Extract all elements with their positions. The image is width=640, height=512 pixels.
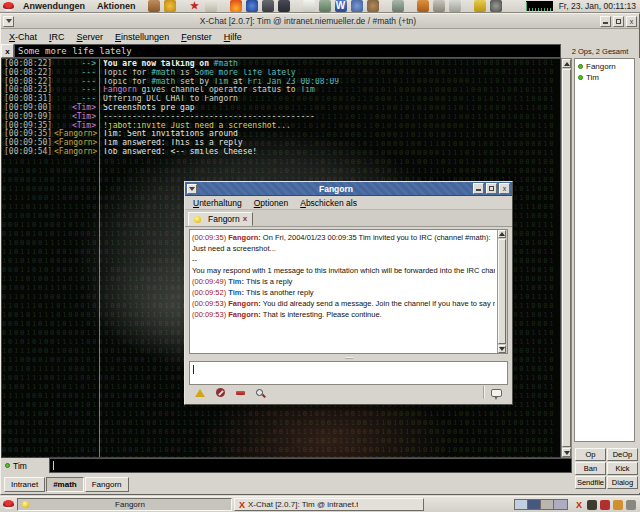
gnome-foot-icon[interactable] (303, 0, 315, 12)
topic-close-button[interactable]: x (1, 44, 14, 58)
gimp-icon[interactable] (433, 0, 445, 12)
message-text: This is a reply (246, 277, 292, 286)
scroll-up-icon[interactable] (498, 230, 506, 238)
user-name: Tim (586, 73, 599, 82)
gaim-menubar: UnterhaltungOptionenAbschicken als (185, 196, 512, 210)
gaim-titlebar[interactable]: Fangorn x (185, 182, 512, 196)
messenger-icon[interactable] (351, 0, 363, 12)
maximize-button[interactable] (613, 16, 624, 27)
user-list-item[interactable]: Fangorn (575, 61, 634, 72)
menu-gaim-unterhaltung[interactable]: Unterhaltung (189, 198, 250, 208)
redhat-menu-icon[interactable] (3, 2, 14, 11)
maximize-button[interactable] (486, 183, 497, 194)
tab-fangorn[interactable]: Fangorn (85, 477, 129, 492)
dialog-button[interactable]: Dialog (607, 476, 638, 489)
deop-button[interactable]: DeOp (607, 448, 638, 461)
message-text: Topic for #math set by Tim at Fri Jan 23… (99, 78, 560, 87)
user-list[interactable]: FangornTim (574, 58, 635, 442)
lock-screen-icon[interactable] (164, 0, 176, 12)
topic-input[interactable]: Some more life lately (14, 44, 561, 58)
star-icon[interactable]: ★ (189, 0, 201, 12)
chat-bubble-icon[interactable] (491, 389, 502, 397)
xchat-tray-icon[interactable]: X (574, 500, 584, 510)
pane-splitter[interactable] (189, 356, 508, 360)
window-menu-icon[interactable] (187, 184, 197, 194)
user-list-item[interactable]: Tim (575, 72, 634, 83)
remove-icon[interactable] (236, 391, 245, 395)
xchat-titlebar[interactable]: X-Chat [2.0.7]: Tim @ intranet.niemuelle… (1, 14, 639, 29)
scroll-up-icon[interactable] (562, 59, 571, 68)
terminal-icon[interactable] (262, 0, 274, 12)
block-icon[interactable] (216, 388, 225, 397)
scroll-thumb[interactable] (498, 239, 506, 344)
op-button[interactable]: Op (575, 448, 606, 461)
applet-icon[interactable] (587, 500, 597, 510)
kick-button[interactable]: Kick (607, 462, 638, 475)
scroll-thumb[interactable] (562, 69, 571, 447)
menu-gaim-optionen[interactable]: Optionen (250, 198, 297, 208)
message-text: ----------------------------------------… (99, 113, 560, 122)
clock-applet[interactable]: Fr, 23. Jan, 00:11:13 (559, 1, 640, 11)
close-button[interactable]: x (499, 183, 510, 194)
computer-icon[interactable] (319, 0, 331, 12)
menu-xchat-hilfe[interactable]: Hilfe (220, 32, 250, 42)
tab-#math[interactable]: #math (46, 477, 84, 492)
browser-icon[interactable] (246, 0, 258, 12)
im-scrollbar[interactable] (497, 230, 507, 353)
system-monitor-applet[interactable] (526, 1, 553, 11)
menu-gaim-abschicken-als[interactable]: Abschicken als (296, 198, 365, 208)
task-button-fangorn[interactable]: Fangorn (17, 498, 232, 511)
tab-close-icon[interactable]: x (243, 215, 247, 223)
face-icon[interactable] (367, 0, 379, 12)
menu-xchat-fenster[interactable]: Fenster (177, 32, 220, 42)
workspace-4[interactable] (554, 500, 567, 509)
pda-icon[interactable] (392, 0, 404, 12)
writer-icon[interactable]: W (335, 0, 347, 12)
task-button-x-chat[interactable]: XX-Chat [2.0.7]: Tim @ intranet.t (234, 498, 424, 511)
mail-icon[interactable] (205, 0, 217, 12)
conversation-tab[interactable]: Fangorn x (188, 212, 253, 226)
menu-aktionen[interactable]: Aktionen (91, 1, 142, 11)
wrench-icon[interactable] (449, 0, 461, 12)
user-status-icon[interactable] (613, 500, 623, 510)
scroll-down-icon[interactable] (498, 345, 506, 353)
minimize-button[interactable] (473, 183, 484, 194)
sendfile-button[interactable]: Sendfile (575, 476, 606, 489)
window-menu-icon[interactable] (3, 16, 14, 27)
logout-door-icon[interactable] (148, 0, 160, 12)
gaim-tabbar: Fangorn x (185, 210, 512, 227)
workspace-switcher[interactable] (514, 499, 568, 510)
workspace-3[interactable] (541, 500, 554, 509)
volume-icon[interactable] (626, 500, 636, 510)
message-text: Tim answered: This is a reply (99, 139, 560, 148)
close-button[interactable]: x (626, 16, 637, 27)
menu-xchat-irc[interactable]: IRC (45, 32, 73, 42)
menu-xchat-x-chat[interactable]: X-Chat (5, 32, 45, 42)
screenshot-icon[interactable] (278, 0, 290, 12)
message-text: That is interesting. Please continue. (263, 310, 382, 319)
ban-button[interactable]: Ban (575, 462, 606, 475)
redhat-menu-icon[interactable] (3, 500, 14, 509)
warn-icon[interactable] (195, 389, 205, 397)
menu-xchat-einstellungen[interactable]: Einstellungen (111, 32, 177, 42)
minimize-button[interactable] (600, 16, 611, 27)
tab-intranet[interactable]: Intranet (4, 477, 45, 492)
menu-anwendungen[interactable]: Anwendungen (17, 1, 91, 11)
nick: Fangorn: (228, 233, 263, 242)
chat-scrollbar[interactable] (561, 58, 572, 458)
workspace-1[interactable] (515, 500, 528, 509)
menu-xchat-server[interactable]: Server (73, 32, 112, 42)
package-icon[interactable] (417, 0, 429, 12)
notification-area: X (574, 500, 636, 510)
workspace-2[interactable] (528, 500, 541, 509)
stop-icon[interactable] (600, 500, 610, 510)
scroll-down-icon[interactable] (562, 448, 571, 457)
keys-icon[interactable] (474, 0, 486, 12)
flame-icon[interactable] (230, 0, 242, 12)
im-input[interactable] (189, 361, 508, 385)
lightbulb-icon (194, 216, 201, 223)
message-input[interactable] (49, 458, 572, 473)
im-message: -- (192, 254, 495, 265)
info-icon[interactable] (256, 389, 263, 396)
clock-app-icon[interactable] (490, 0, 502, 12)
